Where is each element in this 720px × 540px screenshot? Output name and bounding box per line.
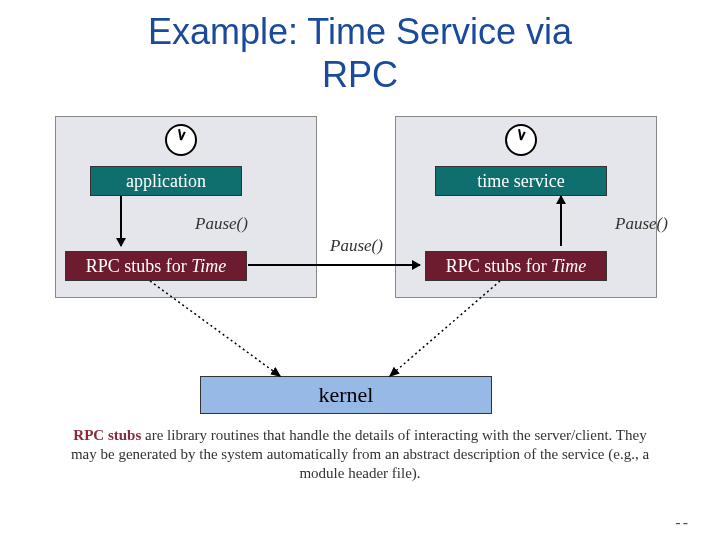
kernel-label: kernel [319,382,374,408]
title-line2: RPC [322,54,398,95]
slide-title: Example: Time Service via RPC [0,0,720,96]
caption-text: RPC stubs are library routines that hand… [70,426,650,482]
caption-body: are library routines that handle the det… [71,427,649,481]
kernel-box: kernel [200,376,492,414]
caption-lead: RPC stubs [73,427,141,443]
rpc-stub-left-box: RPC stubs for Time [65,251,247,281]
application-label: application [126,171,206,192]
arrow-down-icon [120,196,122,246]
time-service-label: time service [477,171,564,192]
time-service-box: time service [435,166,607,196]
arrow-up-icon [560,196,562,246]
stub-left-label: RPC stubs for Time [86,256,227,277]
title-line1: Example: Time Service via [148,11,572,52]
pause-label-left: Pause() [195,214,248,234]
rpc-stub-right-box: RPC stubs for Time [425,251,607,281]
application-box: application [90,166,242,196]
pause-label-middle: Pause() [330,236,383,256]
page-marker: -- [675,514,690,532]
diagram-area: application time service RPC stubs for T… [0,96,720,526]
arrow-right-icon [248,264,420,266]
pause-label-right: Pause() [615,214,668,234]
stub-right-label: RPC stubs for Time [446,256,587,277]
